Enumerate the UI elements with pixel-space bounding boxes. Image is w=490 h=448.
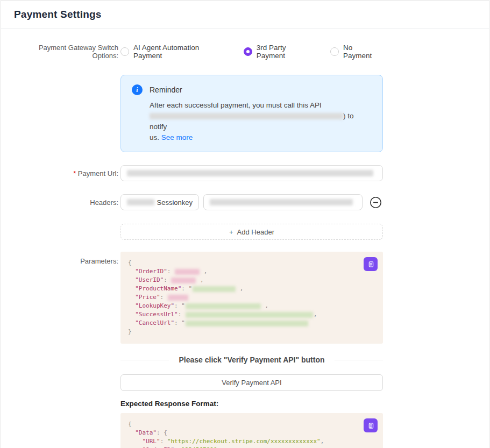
remove-header-button[interactable] — [369, 196, 382, 209]
radio-label: No Payment — [343, 44, 383, 60]
headers-label: Headers: — [14, 198, 118, 207]
verify-instruction-row: Please click "Verify Payment API" button — [1, 355, 489, 364]
redacted-header-value — [210, 199, 353, 205]
radio-option-3rd-party-payment[interactable]: 3rd Party Payment — [244, 44, 316, 60]
expected-response-format-label: Expected Response Format: — [120, 400, 383, 408]
add-header-button[interactable]: +Add Header — [120, 224, 383, 240]
minus-circle-icon — [370, 196, 382, 209]
header-key-input[interactable]: Sessionkey — [120, 194, 199, 210]
divider-line-right — [335, 360, 383, 360]
reminder-text-line1: After each successful payment, you must … — [150, 101, 322, 109]
instruction-divider: Please click "Verify Payment API" button — [120, 355, 383, 364]
radio-label: AI Agent Automation Payment — [133, 44, 230, 60]
reminder-title: Reminder — [150, 86, 182, 94]
payment-url-row: * Payment Url: — [1, 165, 489, 181]
plus-icon: + — [229, 228, 233, 236]
copy-parameters-button[interactable] — [364, 257, 378, 271]
divider-line-left — [120, 360, 169, 360]
parameters-json: { "OrderID": , "UserID": , "ProductName"… — [128, 259, 375, 336]
gateway-options-label: Payment Gateway Switch Options: — [14, 44, 118, 60]
reminder-row: i Reminder After each successful payment… — [1, 75, 489, 152]
radio-circle-selected-icon[interactable] — [244, 47, 252, 56]
expected-response-label-row: Expected Response Format: — [1, 400, 489, 408]
redacted-value — [168, 295, 188, 301]
info-icon: i — [132, 84, 143, 95]
gateway-options-row: Payment Gateway Switch Options: AI Agent… — [1, 44, 489, 60]
redacted-api-url — [150, 113, 343, 119]
payment-url-input[interactable] — [120, 165, 383, 181]
parameters-row: Parameters: { "OrderID": , "UserID": , "… — [1, 252, 489, 344]
redacted-value — [193, 286, 236, 292]
redacted-payment-url-value — [127, 170, 373, 176]
parameters-label: Parameters: — [14, 252, 118, 265]
reminder-body: After each successful payment, you must … — [150, 100, 372, 143]
expected-response-code-row: { "Data": { "URL": "https://checkout.str… — [1, 413, 489, 448]
radio-circle-icon[interactable] — [330, 47, 339, 56]
add-header-row: +Add Header — [1, 224, 489, 240]
redacted-value — [171, 278, 196, 283]
expected-response-json: { "Data": { "URL": "https://checkout.str… — [128, 420, 375, 448]
copy-icon — [367, 260, 375, 268]
radio-circle-icon[interactable] — [120, 47, 129, 56]
verify-button-row: Verify Payment API — [1, 374, 489, 391]
header-key-visible-text: Sessionkey — [157, 198, 193, 207]
radio-option-no-payment[interactable]: No Payment — [330, 44, 383, 60]
redacted-header-key-prefix — [127, 199, 154, 205]
copy-icon — [367, 422, 375, 430]
verify-payment-api-button[interactable]: Verify Payment API — [120, 374, 383, 391]
see-more-link[interactable]: See more — [161, 133, 193, 141]
required-asterisk: * — [73, 169, 76, 177]
headers-row: Headers: Sessionkey — [1, 194, 489, 210]
redacted-value — [186, 303, 261, 309]
redacted-value — [186, 312, 313, 318]
verify-instruction-text: Please click "Verify Payment API" button — [169, 355, 334, 364]
reminder-header: i Reminder — [132, 84, 372, 95]
page-title: Payment Settings — [14, 9, 102, 20]
radio-label: 3rd Party Payment — [257, 44, 316, 60]
radio-option-ai-agent-automation-payment[interactable]: AI Agent Automation Payment — [120, 44, 230, 60]
parameters-code-block: { "OrderID": , "UserID": , "ProductName"… — [120, 252, 383, 344]
header-value-input[interactable] — [203, 194, 363, 210]
reminder-text-line3: us. — [150, 133, 159, 141]
redacted-value — [186, 321, 308, 326]
payment-settings-panel: Payment Settings Payment Gateway Switch … — [1, 0, 489, 448]
copy-response-button[interactable] — [364, 418, 378, 432]
redacted-value — [175, 269, 200, 275]
panel-header: Payment Settings — [1, 1, 489, 29]
payment-url-label: * Payment Url: — [14, 169, 118, 177]
reminder-alert: i Reminder After each successful payment… — [120, 75, 383, 152]
gateway-radio-group: AI Agent Automation Payment 3rd Party Pa… — [120, 44, 383, 60]
expected-response-code-block: { "Data": { "URL": "https://checkout.str… — [120, 413, 383, 448]
